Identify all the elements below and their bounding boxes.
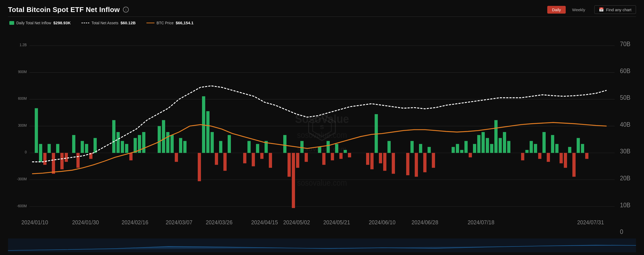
- svg-rect-84: [344, 150, 347, 153]
- legend-label-inflow: Daily Total Net Inflow: [16, 21, 51, 25]
- svg-rect-72: [283, 135, 286, 153]
- svg-rect-35: [65, 153, 68, 162]
- svg-rect-49: [142, 132, 145, 153]
- svg-text:30B: 30B: [620, 148, 630, 155]
- minimap[interactable]: [8, 238, 636, 252]
- svg-text:2024/01/30: 2024/01/30: [72, 219, 99, 225]
- svg-rect-96: [419, 144, 422, 153]
- legend-item-btc: BTC Price $66,154.1: [146, 21, 194, 25]
- svg-rect-97: [423, 153, 426, 172]
- legend-swatch-btc: [146, 21, 154, 25]
- svg-rect-61: [215, 153, 218, 165]
- svg-rect-89: [379, 153, 382, 163]
- svg-rect-63: [223, 153, 227, 171]
- svg-rect-34: [60, 153, 64, 169]
- svg-text:0: 0: [25, 150, 27, 154]
- svg-rect-119: [542, 132, 546, 153]
- svg-rect-59: [206, 111, 210, 153]
- find-chart-button[interactable]: 📅 Find any chart: [594, 5, 636, 14]
- svg-text:2024/03/26: 2024/03/26: [206, 219, 232, 225]
- svg-rect-83: [339, 153, 343, 159]
- svg-rect-64: [228, 135, 231, 153]
- svg-rect-56: [183, 141, 187, 153]
- svg-rect-57: [198, 153, 201, 181]
- svg-rect-101: [456, 144, 459, 153]
- svg-rect-112: [503, 132, 506, 153]
- svg-text:sosovalue.com: sosovalue.com: [297, 130, 347, 140]
- svg-rect-51: [162, 120, 165, 153]
- svg-text:50B: 50B: [620, 94, 630, 101]
- svg-rect-87: [370, 153, 374, 169]
- svg-rect-128: [581, 144, 584, 153]
- svg-rect-41: [94, 138, 97, 153]
- svg-text:2024/05/02: 2024/05/02: [283, 219, 310, 225]
- svg-text:20B: 20B: [620, 174, 630, 182]
- tab-daily[interactable]: Daily: [547, 6, 566, 14]
- legend-value-inflow: $298.93K: [53, 21, 71, 25]
- svg-text:1.2B: 1.2B: [20, 43, 27, 47]
- svg-text:300M: 300M: [18, 123, 27, 128]
- svg-rect-43: [117, 132, 120, 153]
- svg-rect-95: [415, 153, 418, 177]
- legend-item-assets: Total Net Assets $60.12B: [82, 21, 136, 25]
- svg-text:60B: 60B: [620, 67, 630, 74]
- svg-rect-42: [112, 120, 115, 153]
- svg-rect-109: [490, 144, 493, 153]
- svg-rect-77: [305, 153, 308, 162]
- svg-rect-92: [392, 153, 395, 174]
- svg-rect-47: [134, 138, 137, 153]
- find-chart-label: Find any chart: [606, 7, 631, 12]
- svg-rect-98: [428, 147, 431, 153]
- svg-rect-71: [269, 153, 272, 168]
- svg-rect-33: [56, 144, 59, 153]
- svg-rect-145: [8, 238, 636, 252]
- svg-rect-32: [52, 153, 55, 174]
- svg-text:2024/04/15: 2024/04/15: [251, 219, 278, 225]
- svg-text:2024/01/10: 2024/01/10: [21, 219, 48, 225]
- svg-rect-52: [166, 132, 169, 153]
- svg-rect-106: [477, 135, 480, 153]
- legend-row: Daily Total Net Inflow $298.93K Total Ne…: [8, 21, 636, 25]
- calendar-icon: 📅: [599, 7, 604, 12]
- svg-rect-110: [494, 120, 498, 153]
- svg-text:SosoValue: SosoValue: [295, 112, 349, 126]
- svg-rect-74: [292, 153, 295, 208]
- chart-area: S sosovalue.com 1.2B 900M 600M 300M 0 -3…: [8, 28, 636, 252]
- svg-text:0: 0: [620, 228, 623, 235]
- svg-rect-73: [288, 153, 291, 177]
- svg-rect-122: [555, 144, 558, 153]
- svg-text:2024/07/18: 2024/07/18: [468, 219, 494, 225]
- legend-label-assets: Total Net Assets: [92, 21, 118, 25]
- svg-rect-67: [252, 153, 255, 166]
- svg-rect-65: [243, 153, 246, 163]
- svg-rect-69: [260, 153, 263, 159]
- tab-weekly[interactable]: Weekly: [567, 6, 590, 14]
- svg-text:40B: 40B: [620, 121, 630, 128]
- header-row: Total Bitcoin Spot ETF Net Inflow i Dail…: [8, 5, 636, 14]
- svg-rect-81: [331, 153, 334, 160]
- svg-rect-117: [534, 144, 537, 153]
- svg-text:2024/03/07: 2024/03/07: [166, 219, 192, 225]
- chart-main: S sosovalue.com 1.2B 900M 600M 300M 0 -3…: [8, 28, 636, 236]
- page-container: Total Bitcoin Spot ETF Net Inflow i Dail…: [0, 0, 644, 255]
- legend-value-btc: $66,154.1: [176, 21, 193, 25]
- svg-rect-62: [219, 141, 222, 153]
- svg-rect-45: [125, 144, 128, 153]
- legend-label-btc: BTC Price: [157, 21, 174, 25]
- svg-rect-31: [48, 144, 51, 153]
- svg-text:70B: 70B: [620, 40, 630, 47]
- svg-rect-79: [322, 153, 325, 165]
- info-icon[interactable]: i: [123, 7, 129, 13]
- svg-rect-113: [507, 141, 510, 153]
- svg-rect-53: [170, 135, 174, 153]
- svg-text:2024/07/31: 2024/07/31: [577, 219, 604, 225]
- svg-rect-60: [211, 132, 214, 153]
- svg-rect-129: [585, 153, 588, 159]
- svg-rect-30: [43, 153, 46, 165]
- svg-text:10B: 10B: [620, 201, 630, 208]
- svg-rect-36: [72, 135, 75, 153]
- svg-rect-39: [85, 144, 88, 153]
- svg-rect-68: [256, 144, 259, 153]
- svg-rect-124: [564, 153, 567, 168]
- svg-rect-126: [572, 153, 576, 177]
